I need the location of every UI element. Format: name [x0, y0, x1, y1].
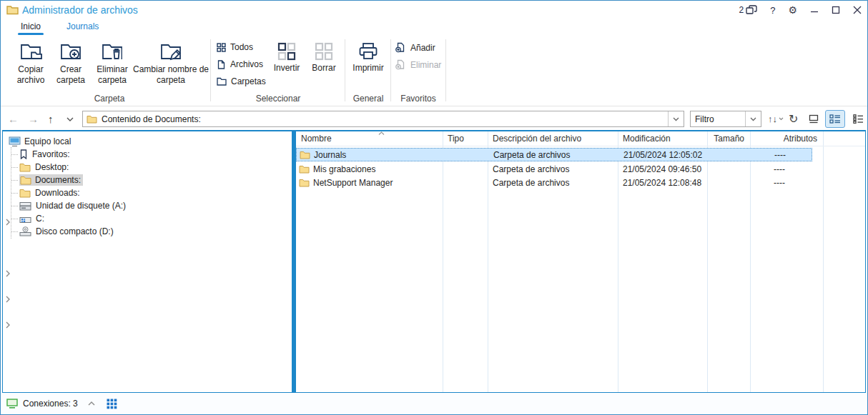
tree-item-floppy-a[interactable]: Unidad de disquete (A:)	[3, 199, 292, 212]
show-pane-icon[interactable]	[809, 107, 819, 131]
file-row-netsupport-manager[interactable]: NetSupport Manager Carpeta de archivos 2…	[296, 176, 812, 189]
list-header: Nombre Tipo Descripción del archivo Modi…	[296, 131, 865, 146]
cd-drive-icon	[19, 226, 31, 236]
forward-arrow-button[interactable]: →	[28, 107, 39, 131]
refresh-icon[interactable]: ↻	[789, 107, 798, 131]
tree-item-favoritos[interactable]: Favoritos:	[3, 148, 292, 161]
tree-item-cd-d[interactable]: Disco compacto (D:)	[3, 225, 292, 238]
ribbon-tabs: Inicio Journals	[1, 19, 867, 35]
ribbon-separator	[390, 39, 391, 101]
clear-selection-button[interactable]: Borrar	[307, 42, 340, 74]
list-view-button[interactable]	[849, 110, 867, 128]
tab-inicio[interactable]: Inicio	[18, 19, 44, 35]
copy-file-button[interactable]: Copiar archivo	[12, 41, 49, 86]
computer-icon	[9, 136, 21, 147]
filter-dropdown[interactable]: Filtro	[690, 111, 761, 127]
folder-icon	[299, 179, 310, 187]
chevron-right-icon[interactable]	[6, 270, 10, 277]
button-label: Copiar archivo	[12, 64, 49, 86]
app-grid-icon[interactable]	[107, 399, 117, 409]
folder-icon	[20, 176, 31, 185]
tree-item-label: C:	[36, 214, 44, 224]
column-header-atributos[interactable]: Atributos	[750, 134, 823, 144]
tab-journals[interactable]: Journals	[64, 19, 102, 35]
select-all-button[interactable]: Todos	[217, 42, 253, 52]
minimize-button[interactable]	[810, 6, 819, 14]
navigation-bar: ← → ↑ Contenido de Documents: Filtro ↑↓ …	[1, 107, 867, 131]
invert-selection-icon	[277, 42, 296, 61]
window-count: 2	[739, 5, 744, 15]
folder-tree-panel: Equipo local Favoritos: Desktop:	[3, 131, 292, 392]
file-row-mis-grabaciones[interactable]: Mis grabaciones Carpeta de archivos 21/0…	[296, 162, 812, 176]
column-header-descripcion[interactable]: Descripción del archivo	[488, 134, 618, 144]
group-label-carpeta: Carpeta	[9, 94, 209, 104]
file-row-journals[interactable]: Journals Carpeta de archivos 21/05/2024 …	[296, 148, 812, 161]
file-atributos: ----	[751, 150, 812, 160]
add-favorite-button[interactable]: Añadir	[395, 42, 435, 53]
connected-windows-button[interactable]: 2	[739, 5, 758, 15]
column-header-tamano[interactable]: Tamaño	[707, 134, 750, 144]
settings-gear-button[interactable]: ⚙	[788, 5, 797, 15]
select-files-button[interactable]: Archivos	[217, 59, 263, 69]
file-modificacion: 21/05/2024 09:46:50	[618, 164, 707, 174]
remove-favorite-button[interactable]: Eliminar	[395, 59, 441, 70]
filter-value: Filtro	[691, 114, 714, 124]
printer-icon	[357, 42, 379, 61]
file-modificacion: 21/05/2024 12:08:48	[618, 178, 707, 188]
tree-item-downloads[interactable]: Downloads:	[3, 186, 292, 199]
tree-item-drive-c[interactable]: C:	[3, 212, 292, 225]
address-dropdown-button[interactable]	[668, 111, 684, 126]
file-atributos: ----	[750, 164, 811, 174]
hard-drive-icon	[19, 214, 31, 224]
folder-rename-icon	[159, 41, 183, 62]
tree-item-label: Favoritos:	[32, 149, 70, 159]
button-label: Todos	[230, 42, 253, 52]
group-label-general: General	[347, 94, 390, 104]
print-button[interactable]: Imprimir	[348, 42, 388, 74]
close-button[interactable]	[853, 6, 862, 14]
history-chevron-button[interactable]	[66, 107, 74, 131]
folder-outline-icon	[217, 77, 227, 86]
button-label: Borrar	[312, 63, 335, 74]
tree-item-documents[interactable]: Documents:	[3, 174, 292, 186]
maximize-button[interactable]	[832, 6, 840, 14]
tree-item-label: Unidad de disquete (A:)	[36, 201, 126, 211]
invert-selection-button[interactable]: Invertir	[269, 42, 305, 74]
folder-icon	[19, 163, 31, 172]
collapse-chevron-button[interactable]	[88, 401, 95, 406]
address-text: Contenido de Documents:	[97, 114, 201, 124]
button-label: Carpetas	[231, 76, 266, 86]
ribbon-group-general: Imprimir General	[347, 35, 390, 106]
rename-folder-button[interactable]: Cambiar nombre de carpeta	[132, 41, 209, 86]
chevron-right-icon[interactable]	[6, 296, 10, 303]
group-label-seleccionar: Seleccionar	[212, 94, 344, 104]
file-modificacion: 21/05/2024 12:05:02	[618, 150, 708, 160]
delete-folder-button[interactable]: Eliminar carpeta	[92, 41, 132, 86]
column-header-nombre[interactable]: Nombre	[296, 134, 443, 144]
floppy-drive-icon	[19, 201, 31, 211]
folder-icon	[19, 189, 31, 198]
column-header-tipo[interactable]: Tipo	[443, 134, 488, 144]
chevron-right-icon[interactable]	[6, 321, 10, 329]
address-bar[interactable]: Contenido de Documents:	[82, 111, 684, 127]
folder-plus-icon	[59, 41, 83, 62]
file-descripcion: Carpeta de archivos	[488, 164, 618, 174]
filter-dropdown-button[interactable]	[745, 111, 761, 126]
column-header-modificacion[interactable]: Modificación	[618, 134, 707, 144]
button-label: Archivos	[230, 59, 263, 69]
ribbon-group-favoritos: Añadir Eliminar Favoritos	[393, 35, 444, 106]
sort-button[interactable]: ↑↓	[768, 107, 784, 131]
tree-item-label: Downloads:	[35, 188, 80, 198]
up-arrow-button[interactable]: ↑	[48, 107, 54, 131]
file-icon	[217, 60, 226, 69]
create-folder-button[interactable]: Crear carpeta	[52, 41, 89, 86]
help-button[interactable]: ?	[770, 5, 775, 16]
select-folders-button[interactable]: Carpetas	[217, 76, 266, 86]
tree-root-equipo-local[interactable]: Equipo local	[3, 135, 292, 148]
tree-item-desktop[interactable]: Desktop:	[3, 161, 292, 174]
folder-icon	[6, 5, 19, 15]
details-view-button[interactable]	[825, 110, 845, 128]
file-remove-icon	[395, 59, 406, 70]
back-arrow-button[interactable]: ←	[8, 107, 19, 131]
button-label: Cambiar nombre de carpeta	[132, 64, 209, 86]
